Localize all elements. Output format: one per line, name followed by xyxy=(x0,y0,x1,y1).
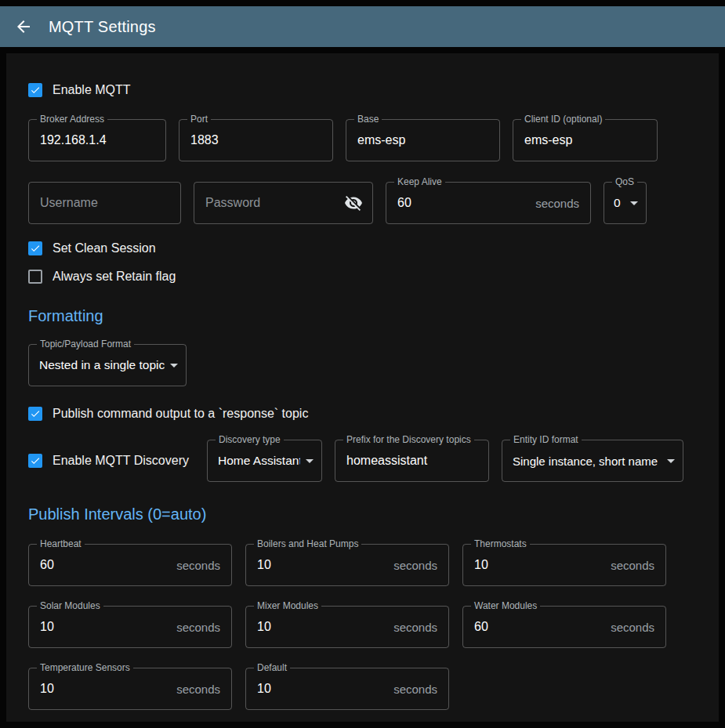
chevron-down-icon xyxy=(165,356,183,375)
mixer-modules-field: Mixer Modules seconds xyxy=(245,606,449,648)
entity-id-format-label: Entity ID format xyxy=(510,435,582,444)
enable-mqtt-checkbox[interactable]: Enable MQTT xyxy=(28,83,697,97)
entity-id-format-value: Single instance, short name xyxy=(502,455,662,468)
mixer-modules-label: Mixer Modules xyxy=(254,601,321,610)
thermostats-label: Thermostats xyxy=(471,539,530,549)
base-field: Base xyxy=(346,119,500,161)
keep-alive-field: Keep Alive seconds xyxy=(386,182,591,224)
thermostats-input[interactable] xyxy=(463,545,611,585)
discovery-type-select[interactable]: Discovery type Home Assistant xyxy=(207,440,322,482)
heartbeat-label: Heartbeat xyxy=(37,539,85,549)
visibility-off-icon[interactable] xyxy=(344,194,363,212)
password-field xyxy=(194,182,373,224)
temperature-sensors-label: Temperature Sensors xyxy=(37,663,133,672)
boilers-label: Boilers and Heat Pumps xyxy=(254,539,361,549)
discovery-row: Enable MQTT Discovery Discovery type Hom… xyxy=(28,440,697,482)
chevron-down-icon xyxy=(625,194,643,212)
keep-alive-label: Keep Alive xyxy=(394,177,445,187)
port-input[interactable] xyxy=(179,120,332,161)
port-field: Port xyxy=(179,119,333,161)
unit-label: seconds xyxy=(393,683,448,696)
unit-label: seconds xyxy=(393,621,448,634)
checkbox-icon[interactable] xyxy=(28,454,42,468)
qos-label: QoS xyxy=(612,177,637,187)
broker-address-label: Broker Address xyxy=(37,114,107,124)
chevron-down-icon xyxy=(662,451,680,470)
discovery-prefix-field: Prefix for the Discovery topics xyxy=(335,440,489,482)
enable-mqtt-label: Enable MQTT xyxy=(53,83,131,97)
clean-session-checkbox[interactable]: Set Clean Session xyxy=(28,241,697,255)
qos-select[interactable]: QoS 0 xyxy=(604,182,647,224)
port-label: Port xyxy=(187,114,211,124)
enable-discovery-label: Enable MQTT Discovery xyxy=(53,454,189,468)
publish-intervals-grid: Heartbeat seconds Boilers and Heat Pumps… xyxy=(28,544,697,710)
unit-label: seconds xyxy=(611,621,665,634)
mixer-modules-input[interactable] xyxy=(246,607,393,647)
keep-alive-input[interactable] xyxy=(386,183,535,223)
app-bar: MQTT Settings xyxy=(0,6,725,47)
boilers-field: Boilers and Heat Pumps seconds xyxy=(245,544,449,586)
default-interval-input[interactable] xyxy=(246,668,393,709)
check-icon xyxy=(30,407,41,420)
checkbox-icon[interactable] xyxy=(28,83,42,97)
heartbeat-input[interactable] xyxy=(29,545,176,585)
checkbox-icon[interactable] xyxy=(28,407,42,421)
base-input[interactable] xyxy=(346,120,499,161)
discovery-prefix-label: Prefix for the Discovery topics xyxy=(343,435,474,444)
connection-row-1: Broker Address Port Base Client ID (opti… xyxy=(28,119,697,161)
client-id-input[interactable] xyxy=(513,120,657,161)
base-label: Base xyxy=(354,114,382,124)
broker-address-field: Broker Address xyxy=(28,119,166,161)
check-icon xyxy=(30,242,41,255)
unit-label: seconds xyxy=(176,683,231,696)
retain-flag-checkbox[interactable]: Always set Retain flag xyxy=(28,270,697,284)
default-interval-field: Default seconds xyxy=(245,668,449,710)
checkbox-icon[interactable] xyxy=(28,270,42,284)
boilers-input[interactable] xyxy=(246,545,393,585)
password-input[interactable] xyxy=(194,183,344,223)
thermostats-field: Thermostats seconds xyxy=(462,544,666,586)
back-arrow-icon[interactable] xyxy=(14,17,33,36)
clean-session-label: Set Clean Session xyxy=(53,241,156,255)
unit-label: seconds xyxy=(611,559,665,572)
discovery-type-label: Discovery type xyxy=(216,435,284,444)
check-icon xyxy=(30,84,41,96)
retain-flag-label: Always set Retain flag xyxy=(53,270,176,284)
default-interval-label: Default xyxy=(254,663,290,672)
formatting-heading: Formatting xyxy=(28,307,697,325)
heartbeat-field: Heartbeat seconds xyxy=(28,544,232,586)
topic-format-value: Nested in a single topic xyxy=(29,358,165,372)
entity-id-format-select[interactable]: Entity ID format Single instance, short … xyxy=(502,440,683,482)
solar-modules-input[interactable] xyxy=(29,607,176,647)
broker-address-input[interactable] xyxy=(29,120,165,161)
client-id-label: Client ID (optional) xyxy=(521,114,605,124)
unit-label: seconds xyxy=(176,559,231,572)
water-modules-field: Water Modules seconds xyxy=(462,606,666,648)
discovery-prefix-input[interactable] xyxy=(335,440,488,481)
page-title: MQTT Settings xyxy=(49,18,156,36)
discovery-type-value: Home Assistant xyxy=(208,454,300,468)
client-id-field: Client ID (optional) xyxy=(513,119,658,161)
unit-label: seconds xyxy=(393,559,448,572)
topic-format-select[interactable]: Topic/Payload Format Nested in a single … xyxy=(28,344,187,386)
chevron-down-icon xyxy=(300,451,319,470)
username-input[interactable] xyxy=(29,183,180,223)
temperature-sensors-input[interactable] xyxy=(29,668,176,709)
enable-discovery-checkbox[interactable]: Enable MQTT Discovery xyxy=(28,454,194,468)
water-modules-input[interactable] xyxy=(463,607,611,647)
checkbox-icon[interactable] xyxy=(28,241,42,255)
solar-modules-field: Solar Modules seconds xyxy=(28,606,232,648)
publish-response-checkbox[interactable]: Publish command output to a `response` t… xyxy=(28,407,697,421)
publish-intervals-heading: Publish Intervals (0=auto) xyxy=(28,505,697,523)
water-modules-label: Water Modules xyxy=(471,601,540,610)
temperature-sensors-field: Temperature Sensors seconds xyxy=(28,668,232,710)
connection-row-2: Keep Alive seconds QoS 0 xyxy=(28,182,697,224)
solar-modules-label: Solar Modules xyxy=(37,601,103,610)
publish-response-label: Publish command output to a `response` t… xyxy=(53,407,308,421)
topic-format-label: Topic/Payload Format xyxy=(37,339,134,349)
check-icon xyxy=(30,455,41,467)
qos-value: 0 xyxy=(604,196,625,210)
keep-alive-unit: seconds xyxy=(535,197,590,210)
username-field xyxy=(28,182,181,224)
mqtt-settings-form: Enable MQTT Broker Address Port Base Cli… xyxy=(6,53,719,722)
